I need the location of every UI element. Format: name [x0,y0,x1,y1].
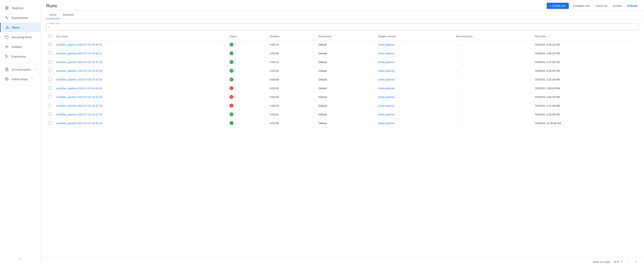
row-checkbox-cell[interactable] [46,93,54,102]
row-checkbox-cell[interactable] [46,84,54,93]
view-pipeline-link[interactable]: [View pipeline] [378,61,394,64]
run-name-link[interactable]: workflow_pipeline 2023-07-05 19-00-29 [56,87,102,90]
row-checkbox-cell[interactable] [46,40,54,49]
row-checkbox-4[interactable] [48,78,52,81]
col-start-time[interactable]: Start time ↓ [532,32,638,40]
status-error-icon: ! [230,95,234,99]
next-page-button[interactable] [633,260,638,264]
select-all-checkbox[interactable] [48,34,52,38]
compare-runs-button[interactable]: Compare runs [572,4,592,8]
view-pipeline-link[interactable]: [View pipeline] [378,78,394,81]
view-pipeline-link[interactable]: [View pipeline] [378,43,394,46]
view-pipeline-link[interactable]: [View pipeline] [378,104,394,107]
svg-rect-0 [6,6,6,8]
row-checkbox-8[interactable] [48,113,52,116]
col-pipeline-version: Pipeline Version [376,32,454,40]
sidebar-item-runs[interactable]: Runs [0,22,40,32]
status-cell: ! [227,84,268,93]
status-success-icon: ✓ [230,52,234,55]
sidebar: Pipelines Experiments Runs Recurring Run… [0,0,41,266]
duration-cell: 0:03:01 [268,66,316,75]
row-checkbox-cell[interactable] [46,58,54,66]
start-time-cell: 7/5/2023, 2:25:38 PM [532,75,638,84]
status-cell: ✓ [227,119,268,128]
view-pipeline-link[interactable]: [View pipeline] [378,87,394,90]
view-pipeline-link[interactable]: [View pipeline] [378,122,394,125]
run-name-cell: workflow_pipeline 2023-07-05 19-37-39 [54,58,227,66]
status-error-icon: ! [230,86,234,90]
recurring-run-cell: - [454,58,532,66]
table-row: workflow_pipeline 2023-07-04 16-49-46 ✓ … [46,119,638,128]
table-header-row: Run name Status Duration Experiment Pipe… [46,32,638,40]
experiment-cell: Default [316,40,376,49]
rows-per-page-label: Rows per page: [593,260,610,263]
run-name-link[interactable]: workflow_pipeline 2023-07-04 19-15-38 [56,113,102,116]
view-pipeline-link[interactable]: [View pipeline] [378,52,394,55]
row-checkbox-cell[interactable] [46,66,54,75]
sidebar-item-documentation[interactable]: Documentation ↗ [0,64,40,74]
row-checkbox-3[interactable] [48,69,52,72]
prev-page-button[interactable] [626,260,631,264]
sidebar-item-pipelines[interactable]: Pipelines [0,3,40,13]
clone-run-button[interactable]: Clone run [594,4,608,8]
run-name-link[interactable]: workflow_pipeline 2023-07-05 18-47-28 [56,104,102,107]
pipeline-version-cell: [View pipeline] [376,84,454,93]
experiment-cell: Default [316,66,376,75]
row-checkbox-9[interactable] [48,121,52,124]
run-name-link[interactable]: workflow_pipeline 2023-07-05 19-44-31 [56,43,102,46]
sidebar-item-label: Documentation [12,68,31,71]
row-checkbox-1[interactable] [48,52,52,55]
run-name-cell: workflow_pipeline 2023-07-04 19-15-38 [54,110,227,119]
recurring-run-cell: - [454,93,532,102]
row-checkbox-0[interactable] [48,43,52,46]
row-checkbox-cell[interactable] [46,119,54,128]
run-name-link[interactable]: workflow_pipeline 2023-07-04 16-49-46 [56,122,102,125]
sidebar-item-experiments[interactable]: Experiments [0,13,40,22]
run-name-link[interactable]: workflow_pipeline 2023-07-05 19-40-21 [56,52,102,55]
sidebar-item-executions[interactable]: Executions [0,52,40,61]
row-checkbox-cell[interactable] [46,110,54,119]
recurring-run-cell: - [454,75,532,84]
run-name-link[interactable]: workflow_pipeline 2023-07-05 18-54-33 [56,96,102,98]
run-name-cell: workflow_pipeline 2023-07-04 16-49-46 [54,119,227,128]
tab-active[interactable]: Active [46,11,60,19]
row-checkbox-cell[interactable] [46,75,54,84]
pipeline-version-cell: [View pipeline] [376,58,454,66]
sidebar-item-github-repo[interactable]: Github Repo ↗ [0,74,40,84]
refresh-button[interactable]: Refresh [626,4,638,8]
view-pipeline-link[interactable]: [View pipeline] [378,96,394,98]
recurring-run-cell: - [454,119,532,128]
create-run-button[interactable]: + Create run [547,3,569,9]
view-pipeline-link[interactable]: [View pipeline] [378,70,394,72]
experiment-cell: Default [316,110,376,119]
runs-table: Run name Status Duration Experiment Pipe… [46,32,638,128]
row-checkbox-cell[interactable] [46,102,54,110]
run-name-link[interactable]: workflow_pipeline 2023-07-05 19-33-55 [56,70,102,72]
pipeline-version-cell: [View pipeline] [376,119,454,128]
view-pipeline-link[interactable]: [View pipeline] [378,113,394,116]
run-name-link[interactable]: workflow_pipeline 2023-07-05 19-25-38 [56,78,102,81]
sort-icon: ↓ [547,35,548,38]
duration-cell: 0:00:41 [268,102,316,110]
row-checkbox-2[interactable] [48,60,52,64]
sidebar-collapse-button[interactable] [0,256,40,262]
artifacts-icon [5,44,9,49]
select-all-header[interactable] [46,32,54,40]
archive-button[interactable]: Archive [612,4,623,8]
experiment-cell: Default [316,75,376,84]
row-checkbox-6[interactable] [48,95,52,98]
col-duration: Duration [268,32,316,40]
row-checkbox-cell[interactable] [46,49,54,58]
row-checkbox-5[interactable] [48,86,52,90]
external-link-icon: ↗ [34,68,36,71]
row-checkbox-7[interactable] [48,104,52,107]
run-name-link[interactable]: workflow_pipeline 2023-07-05 19-37-39 [56,61,102,64]
filter-chevron-icon[interactable]: ▾ [49,26,50,28]
recurring-run-cell: - [454,102,532,110]
tab-archived[interactable]: Archived [60,11,76,19]
rows-per-page-select[interactable]: 5 10 20 50 [613,260,620,264]
sidebar-item-recurring-runs[interactable]: Recurring Runs [0,32,40,42]
run-name-cell: workflow_pipeline 2023-07-05 19-44-31 [54,40,227,49]
page-title: Runs [46,3,57,8]
sidebar-item-artifacts[interactable]: Artifacts [0,42,40,52]
